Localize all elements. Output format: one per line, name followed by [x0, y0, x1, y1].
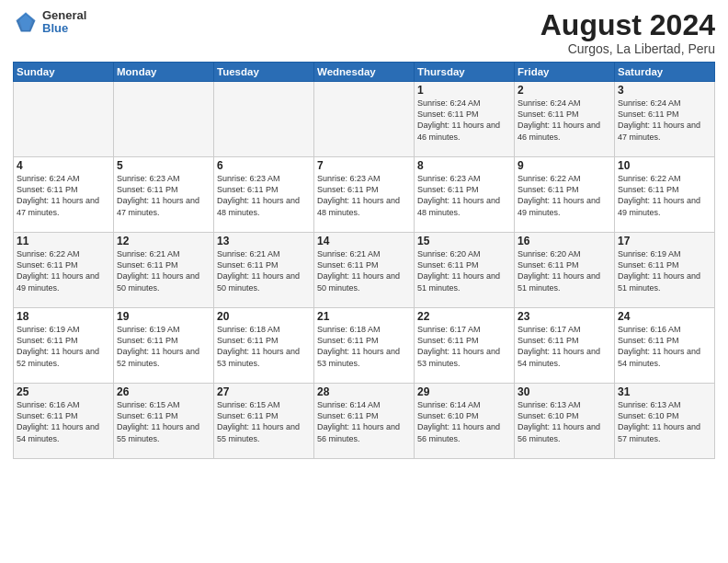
weekday-header-thursday: Thursday [415, 63, 515, 82]
day-number: 2 [518, 84, 611, 97]
day-info: Sunrise: 6:18 AMSunset: 6:11 PMDaylight:… [317, 325, 400, 367]
day-number: 10 [618, 159, 711, 172]
day-info: Sunrise: 6:17 AMSunset: 6:11 PMDaylight:… [417, 325, 500, 367]
day-info: Sunrise: 6:15 AMSunset: 6:11 PMDaylight:… [217, 400, 300, 442]
day-info: Sunrise: 6:18 AMSunset: 6:11 PMDaylight:… [217, 325, 300, 367]
calendar-cell: 19Sunrise: 6:19 AMSunset: 6:11 PMDayligh… [114, 308, 214, 384]
day-number: 16 [518, 235, 611, 247]
calendar-cell: 29Sunrise: 6:14 AMSunset: 6:10 PMDayligh… [415, 384, 515, 459]
title-block: August 2024 Curgos, La Libertad, Peru [540, 9, 715, 56]
day-number: 6 [217, 159, 311, 172]
day-number: 20 [217, 310, 311, 323]
calendar-cell: 30Sunrise: 6:13 AMSunset: 6:10 PMDayligh… [515, 384, 615, 459]
day-number: 5 [117, 159, 210, 172]
day-info: Sunrise: 6:16 AMSunset: 6:11 PMDaylight:… [618, 325, 700, 367]
weekday-header-row: SundayMondayTuesdayWednesdayThursdayFrid… [14, 63, 715, 82]
day-info: Sunrise: 6:21 AMSunset: 6:11 PMDaylight:… [117, 249, 199, 292]
calendar-cell: 22Sunrise: 6:17 AMSunset: 6:11 PMDayligh… [415, 308, 515, 384]
day-number: 13 [217, 235, 311, 247]
calendar-week-row: 25Sunrise: 6:16 AMSunset: 6:11 PMDayligh… [14, 384, 715, 459]
day-number: 12 [117, 235, 210, 247]
calendar-cell: 4Sunrise: 6:24 AMSunset: 6:11 PMDaylight… [14, 157, 114, 233]
calendar-cell: 9Sunrise: 6:22 AMSunset: 6:11 PMDaylight… [515, 157, 615, 233]
day-number: 14 [317, 235, 411, 247]
calendar-cell: 18Sunrise: 6:19 AMSunset: 6:11 PMDayligh… [14, 308, 114, 384]
day-info: Sunrise: 6:19 AMSunset: 6:11 PMDaylight:… [17, 325, 99, 367]
weekday-header-saturday: Saturday [615, 63, 715, 82]
calendar-cell: 25Sunrise: 6:16 AMSunset: 6:11 PMDayligh… [14, 384, 114, 459]
weekday-header-friday: Friday [515, 63, 615, 82]
header: General Blue August 2024 Curgos, La Libe… [13, 9, 715, 56]
calendar-cell: 7Sunrise: 6:23 AMSunset: 6:11 PMDaylight… [314, 157, 415, 233]
weekday-header-tuesday: Tuesday [214, 63, 314, 82]
day-info: Sunrise: 6:24 AMSunset: 6:11 PMDaylight:… [518, 98, 600, 141]
day-info: Sunrise: 6:23 AMSunset: 6:11 PMDaylight:… [217, 174, 300, 216]
day-number: 8 [417, 159, 511, 172]
day-number: 28 [317, 385, 411, 398]
calendar-cell [314, 82, 415, 157]
day-info: Sunrise: 6:16 AMSunset: 6:11 PMDaylight:… [17, 400, 99, 442]
calendar-cell: 1Sunrise: 6:24 AMSunset: 6:11 PMDaylight… [415, 82, 515, 157]
calendar-cell [114, 82, 214, 157]
calendar-cell: 21Sunrise: 6:18 AMSunset: 6:11 PMDayligh… [314, 308, 415, 384]
day-number: 11 [17, 235, 110, 247]
calendar-cell [214, 82, 314, 157]
logo-icon [13, 9, 39, 35]
day-number: 18 [17, 310, 110, 323]
calendar-week-row: 11Sunrise: 6:22 AMSunset: 6:11 PMDayligh… [14, 233, 715, 308]
calendar-cell: 28Sunrise: 6:14 AMSunset: 6:11 PMDayligh… [314, 384, 415, 459]
day-number: 22 [417, 310, 511, 323]
day-info: Sunrise: 6:22 AMSunset: 6:11 PMDaylight:… [17, 249, 99, 292]
calendar-cell: 27Sunrise: 6:15 AMSunset: 6:11 PMDayligh… [214, 384, 314, 459]
day-number: 30 [518, 385, 611, 398]
day-info: Sunrise: 6:13 AMSunset: 6:10 PMDaylight:… [618, 400, 700, 442]
day-info: Sunrise: 6:22 AMSunset: 6:11 PMDaylight:… [518, 174, 600, 216]
day-info: Sunrise: 6:24 AMSunset: 6:11 PMDaylight:… [17, 174, 99, 216]
calendar-cell: 17Sunrise: 6:19 AMSunset: 6:11 PMDayligh… [615, 233, 715, 308]
day-number: 19 [117, 310, 210, 323]
day-number: 25 [17, 385, 110, 398]
calendar-cell: 10Sunrise: 6:22 AMSunset: 6:11 PMDayligh… [615, 157, 715, 233]
calendar-cell: 8Sunrise: 6:23 AMSunset: 6:11 PMDaylight… [415, 157, 515, 233]
calendar-cell: 24Sunrise: 6:16 AMSunset: 6:11 PMDayligh… [615, 308, 715, 384]
day-info: Sunrise: 6:20 AMSunset: 6:11 PMDaylight:… [417, 249, 500, 292]
calendar-cell [14, 82, 114, 157]
calendar-cell: 6Sunrise: 6:23 AMSunset: 6:11 PMDaylight… [214, 157, 314, 233]
day-number: 17 [618, 235, 711, 247]
day-number: 7 [317, 159, 411, 172]
calendar-cell: 13Sunrise: 6:21 AMSunset: 6:11 PMDayligh… [214, 233, 314, 308]
day-info: Sunrise: 6:22 AMSunset: 6:11 PMDaylight:… [618, 174, 700, 216]
weekday-header-wednesday: Wednesday [314, 63, 415, 82]
day-number: 24 [618, 310, 711, 323]
calendar-table: SundayMondayTuesdayWednesdayThursdayFrid… [13, 62, 715, 459]
calendar-cell: 16Sunrise: 6:20 AMSunset: 6:11 PMDayligh… [515, 233, 615, 308]
calendar-cell: 11Sunrise: 6:22 AMSunset: 6:11 PMDayligh… [14, 233, 114, 308]
day-number: 26 [117, 385, 210, 398]
day-number: 31 [618, 385, 711, 398]
day-number: 27 [217, 385, 311, 398]
main-title: August 2024 [540, 9, 715, 41]
day-info: Sunrise: 6:21 AMSunset: 6:11 PMDaylight:… [317, 249, 400, 292]
day-info: Sunrise: 6:19 AMSunset: 6:11 PMDaylight:… [117, 325, 199, 367]
day-number: 23 [518, 310, 611, 323]
day-number: 9 [518, 159, 611, 172]
calendar-cell: 2Sunrise: 6:24 AMSunset: 6:11 PMDaylight… [515, 82, 615, 157]
day-info: Sunrise: 6:14 AMSunset: 6:10 PMDaylight:… [417, 400, 500, 442]
calendar-cell: 3Sunrise: 6:24 AMSunset: 6:11 PMDaylight… [615, 82, 715, 157]
calendar-cell: 12Sunrise: 6:21 AMSunset: 6:11 PMDayligh… [114, 233, 214, 308]
day-info: Sunrise: 6:21 AMSunset: 6:11 PMDaylight:… [217, 249, 300, 292]
calendar-cell: 23Sunrise: 6:17 AMSunset: 6:11 PMDayligh… [515, 308, 615, 384]
day-info: Sunrise: 6:13 AMSunset: 6:10 PMDaylight:… [518, 400, 600, 442]
day-info: Sunrise: 6:14 AMSunset: 6:11 PMDaylight:… [317, 400, 400, 442]
day-info: Sunrise: 6:20 AMSunset: 6:11 PMDaylight:… [518, 249, 600, 292]
day-info: Sunrise: 6:24 AMSunset: 6:11 PMDaylight:… [618, 98, 700, 141]
day-number: 1 [417, 84, 511, 97]
day-number: 4 [17, 159, 110, 172]
weekday-header-monday: Monday [114, 63, 214, 82]
calendar-cell: 5Sunrise: 6:23 AMSunset: 6:11 PMDaylight… [114, 157, 214, 233]
day-info: Sunrise: 6:17 AMSunset: 6:11 PMDaylight:… [518, 325, 600, 367]
page-container: General Blue August 2024 Curgos, La Libe… [0, 0, 728, 465]
logo-blue-text: Blue [42, 22, 86, 35]
subtitle: Curgos, La Libertad, Peru [540, 41, 715, 56]
calendar-cell: 31Sunrise: 6:13 AMSunset: 6:10 PMDayligh… [615, 384, 715, 459]
